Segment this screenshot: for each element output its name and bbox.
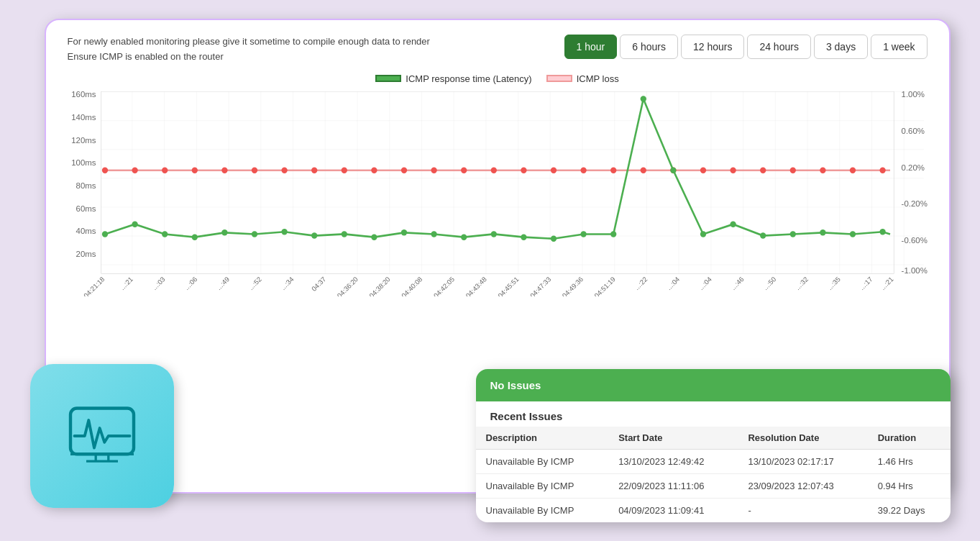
legend-latency: ICMP response time (Latency) (375, 73, 531, 84)
svg-point-47 (221, 229, 227, 235)
svg-text:...:17: ...:17 (858, 275, 874, 291)
svg-point-46 (191, 234, 197, 240)
legend-latency-label: ICMP response time (Latency) (406, 73, 531, 84)
col-resolution-date: Resolution Date (738, 427, 867, 450)
svg-point-51 (341, 231, 347, 237)
svg-point-34 (640, 167, 646, 173)
outer-wrapper: For newly enabled monitoring please give… (30, 19, 951, 522)
time-btn-1week[interactable]: 1 week (871, 35, 927, 59)
svg-text:04:36:20: 04:36:20 (335, 275, 359, 296)
svg-point-29 (490, 167, 496, 173)
svg-point-49 (281, 229, 287, 235)
svg-point-33 (610, 167, 616, 173)
time-buttons: 1 hour 6 hours 12 hours 24 hours 3 days … (564, 35, 928, 59)
svg-text:40ms: 40ms (75, 227, 96, 235)
cell-description: Unavailable By ICMP (476, 474, 609, 499)
svg-point-55 (461, 234, 467, 240)
svg-point-30 (521, 167, 526, 173)
svg-point-61 (640, 96, 646, 101)
cell-duration: 39.22 Days (868, 499, 951, 523)
svg-point-62 (670, 167, 676, 173)
svg-point-64 (730, 221, 736, 227)
info-line2: Ensure ICMP is enabled on the router (68, 50, 430, 65)
svg-point-52 (371, 234, 377, 240)
svg-text:04:38:20: 04:38:20 (367, 275, 391, 296)
svg-point-57 (521, 234, 526, 240)
chart-legend: ICMP response time (Latency) ICMP loss (68, 73, 928, 84)
svg-point-69 (879, 229, 885, 235)
svg-text:...:04: ...:04 (664, 275, 680, 291)
svg-point-63 (700, 231, 705, 237)
time-btn-1hour[interactable]: 1 hour (564, 35, 618, 59)
cell-description: Unavailable By ICMP (476, 450, 609, 474)
heartbeat-icon (63, 396, 142, 476)
svg-text:04:45:51: 04:45:51 (496, 275, 520, 296)
svg-point-25 (371, 167, 377, 173)
chart-svg: 160ms 140ms 120ms 100ms 80ms 60ms 40ms 2… (68, 91, 928, 296)
cell-resolution: 13/10/2023 02:17:17 (738, 450, 867, 474)
cell-description: Unavailable By ICMP (476, 499, 609, 523)
svg-point-43 (101, 231, 107, 237)
svg-text:...:04: ...:04 (697, 275, 713, 291)
col-duration: Duration (868, 427, 951, 450)
svg-text:-0.60%: -0.60% (901, 236, 927, 245)
cell-resolution: 23/09/2023 12:07:43 (738, 474, 867, 499)
svg-text:...:21: ...:21 (879, 275, 894, 291)
svg-point-37 (730, 167, 736, 173)
svg-point-50 (311, 232, 317, 238)
svg-point-59 (580, 231, 586, 237)
svg-point-24 (341, 167, 347, 173)
time-btn-3days[interactable]: 3 days (814, 35, 868, 59)
svg-text:-1.00%: -1.00% (901, 266, 927, 275)
svg-point-66 (789, 231, 795, 237)
time-btn-12hours[interactable]: 12 hours (681, 35, 744, 59)
col-start-date: Start Date (608, 427, 738, 450)
svg-text:04:43:48: 04:43:48 (464, 275, 487, 296)
svg-text:100ms: 100ms (71, 158, 96, 167)
svg-point-44 (132, 221, 137, 227)
svg-text:60ms: 60ms (75, 204, 96, 212)
svg-point-32 (580, 167, 586, 173)
svg-text:80ms: 80ms (75, 181, 96, 190)
svg-point-38 (760, 167, 766, 173)
table-row: Unavailable By ICMP13/10/2023 12:49:4213… (476, 450, 951, 474)
table-row: Unavailable By ICMP22/09/2023 11:11:0623… (476, 474, 951, 499)
legend-red-line (546, 75, 572, 82)
svg-point-58 (550, 235, 556, 241)
table-row: Unavailable By ICMP04/09/2023 11:09:41-3… (476, 499, 951, 523)
legend-loss-label: ICMP loss (577, 73, 619, 84)
svg-text:...:32: ...:32 (793, 275, 809, 291)
svg-text:1.00%: 1.00% (901, 91, 924, 99)
svg-text:20ms: 20ms (75, 250, 96, 258)
col-description: Description (476, 427, 609, 450)
cell-duration: 1.46 Hrs (868, 450, 951, 474)
svg-text:120ms: 120ms (71, 135, 96, 144)
legend-green-line (375, 75, 401, 82)
svg-text:...:21: ...:21 (118, 275, 134, 291)
time-btn-6hours[interactable]: 6 hours (620, 35, 678, 59)
svg-point-42 (879, 167, 885, 173)
time-btn-24hours[interactable]: 24 hours (747, 35, 810, 59)
svg-point-40 (820, 167, 825, 173)
svg-point-45 (162, 231, 168, 237)
svg-point-28 (461, 167, 467, 173)
chart-area: 160ms 140ms 120ms 100ms 80ms 60ms 40ms 2… (68, 91, 928, 296)
monitor-icon-card (30, 364, 174, 508)
svg-point-41 (849, 167, 855, 173)
cell-start: 22/09/2023 11:11:06 (608, 474, 738, 499)
header-row: For newly enabled monitoring please give… (68, 35, 928, 65)
svg-point-53 (400, 229, 406, 235)
svg-point-23 (311, 167, 317, 173)
svg-text:...:03: ...:03 (150, 275, 166, 291)
issues-panel: No Issues Recent Issues Description Star… (476, 369, 951, 522)
svg-text:140ms: 140ms (71, 113, 96, 122)
svg-point-60 (610, 231, 616, 237)
svg-point-48 (251, 231, 257, 237)
svg-point-19 (191, 167, 197, 173)
svg-point-39 (789, 167, 795, 173)
svg-point-20 (221, 167, 227, 173)
svg-text:04:51:19: 04:51:19 (592, 275, 616, 296)
svg-point-56 (490, 231, 496, 237)
svg-text:04:47:33: 04:47:33 (528, 275, 551, 296)
issues-table: Description Start Date Resolution Date D… (476, 427, 951, 522)
